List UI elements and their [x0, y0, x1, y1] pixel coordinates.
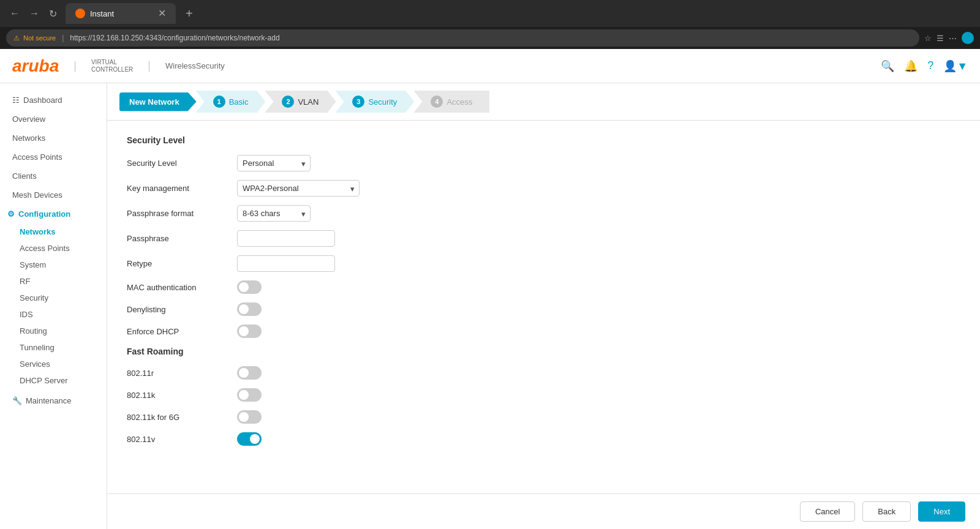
sidebar-item-clients[interactable]: Clients	[0, 167, 107, 186]
sidebar-sub-services[interactable]: Services	[0, 356, 107, 372]
step-4-num: 4	[431, 96, 443, 108]
bottom-bar: Cancel Back Next	[107, 493, 980, 529]
retype-input[interactable]	[237, 255, 335, 272]
enforce-dhcp-slider	[237, 325, 262, 338]
enforce-dhcp-label: Enforce DHCP	[127, 327, 237, 336]
sidebar-sub-security[interactable]: Security	[0, 290, 107, 306]
browser-actions: ☆ ☰ ⋯	[924, 32, 974, 44]
sub-access-points-label: Access Points	[20, 244, 70, 253]
sidebar-sub-dhcp-server[interactable]: DHCP Server	[0, 372, 107, 389]
sidebar-item-networks[interactable]: Networks	[0, 129, 107, 148]
aruba-logo: aruba	[12, 56, 59, 76]
80211k-toggle[interactable]	[237, 388, 262, 402]
key-management-select[interactable]: WPA2-Personal WPA3-Personal WPA2-Enterpr…	[237, 180, 360, 197]
wizard-step-basic[interactable]: 1 Basic	[196, 91, 266, 113]
sidebar-sub-ids[interactable]: IDS	[0, 306, 107, 323]
search-icon[interactable]: 🔍	[881, 59, 894, 73]
wizard-step-security[interactable]: 3 Security	[335, 91, 414, 113]
mac-auth-slider	[237, 280, 262, 294]
header-actions: 🔍 🔔 ? 👤▼	[881, 59, 968, 73]
security-level-label: Security Level	[127, 159, 237, 168]
passphrase-format-select[interactable]: 8-63 chars 64 hex chars	[237, 205, 311, 222]
passphrase-input[interactable]	[237, 230, 335, 247]
aruba-logo-text: aruba	[12, 56, 59, 76]
step-3-label: Security	[368, 97, 397, 107]
step-3-num: 3	[352, 96, 364, 108]
profile-icon[interactable]	[962, 32, 974, 44]
denylisting-row: Denylisting	[127, 302, 960, 316]
retype-row: Retype	[127, 255, 960, 272]
80211v-toggle[interactable]	[237, 432, 262, 446]
key-management-label: Key management	[127, 184, 237, 193]
enforce-dhcp-toggle[interactable]	[237, 325, 262, 338]
form-area: Security Level Security Level Personal E…	[107, 121, 980, 529]
sub-networks-label: Networks	[20, 227, 56, 236]
sidebar-sub-system[interactable]: System	[0, 257, 107, 273]
mac-auth-toggle[interactable]	[237, 280, 262, 294]
new-network-label: New Network	[129, 97, 179, 107]
wizard-step-vlan[interactable]: 2 VLAN	[265, 91, 336, 113]
bell-icon[interactable]: 🔔	[904, 59, 918, 73]
80211r-toggle[interactable]	[237, 366, 262, 380]
sidebar-section-configuration[interactable]: ⚙ Configuration	[0, 204, 107, 223]
security-level-section-title: Security Level	[127, 135, 960, 145]
key-management-row: Key management WPA2-Personal WPA3-Person…	[127, 180, 960, 197]
star-icon[interactable]: ☆	[924, 34, 932, 43]
sidebar-item-dashboard[interactable]: ☷ Dashboard	[0, 91, 107, 110]
sidebar-sub-networks[interactable]: Networks	[0, 223, 107, 240]
extensions-icon[interactable]: ☰	[937, 34, 944, 43]
80211k-6g-toggle[interactable]	[237, 410, 262, 424]
new-tab-button[interactable]: +	[181, 4, 198, 23]
sidebar-sub-tunneling[interactable]: Tunneling	[0, 339, 107, 356]
80211k-6g-slider	[237, 410, 262, 424]
access-points-label: Access Points	[12, 152, 62, 162]
step-2-num: 2	[282, 96, 294, 108]
cancel-button[interactable]: Cancel	[800, 501, 855, 522]
80211r-row: 802.11r	[127, 366, 960, 380]
security-level-select-wrapper: Personal Enterprise Open	[237, 155, 311, 171]
dashboard-label: Dashboard	[23, 96, 62, 105]
sidebar-item-mesh-devices[interactable]: Mesh Devices	[0, 186, 107, 204]
80211r-label: 802.11r	[127, 369, 237, 378]
forward-nav-button[interactable]: →	[26, 6, 43, 21]
back-button[interactable]: Back	[862, 501, 911, 522]
80211k-6g-row: 802.11k for 6G	[127, 410, 960, 424]
denylisting-label: Denylisting	[127, 305, 237, 314]
security-level-select[interactable]: Personal Enterprise Open	[237, 155, 311, 171]
tab-title: Instant	[90, 9, 114, 18]
user-icon[interactable]: 👤▼	[943, 59, 968, 73]
overview-label: Overview	[12, 114, 45, 124]
passphrase-format-row: Passphrase format 8-63 chars 64 hex char…	[127, 205, 960, 222]
sub-dhcp-label: DHCP Server	[20, 376, 68, 385]
back-nav-button[interactable]: ←	[6, 6, 23, 21]
sidebar-item-overview[interactable]: Overview	[0, 110, 107, 129]
tab-favicon	[75, 9, 85, 18]
reload-button[interactable]: ↻	[45, 6, 61, 22]
dashboard-icon: ☷	[12, 96, 20, 105]
next-button[interactable]: Next	[918, 501, 965, 522]
passphrase-format-label: Passphrase format	[127, 209, 237, 218]
sub-routing-label: Routing	[20, 326, 47, 336]
key-management-select-wrapper: WPA2-Personal WPA3-Personal WPA2-Enterpr…	[237, 180, 360, 197]
sub-rf-label: RF	[20, 277, 30, 286]
denylisting-toggle[interactable]	[237, 302, 262, 316]
mac-auth-label: MAC authentication	[127, 283, 237, 292]
tab-close-button[interactable]: ✕	[158, 9, 166, 18]
address-bar[interactable]: ⚠ Not secure | https://192.168.10.250:43…	[6, 29, 919, 47]
80211v-label: 802.11v	[127, 435, 237, 444]
header-divider-2: |	[148, 59, 151, 72]
sidebar-sub-rf[interactable]: RF	[0, 273, 107, 290]
sub-services-label: Services	[20, 359, 50, 369]
sidebar-item-maintenance[interactable]: 🔧 Maintenance	[0, 391, 107, 410]
wizard-bar: New Network 1 Basic 2 VLAN 3 Security 4 …	[107, 83, 980, 121]
sidebar-sub-access-points[interactable]: Access Points	[0, 240, 107, 257]
menu-icon[interactable]: ⋯	[949, 34, 957, 43]
browser-tab[interactable]: Instant ✕	[66, 3, 176, 24]
browser-chrome: ← → ↻ Instant ✕ +	[0, 0, 980, 27]
sidebar-sub-routing[interactable]: Routing	[0, 323, 107, 339]
sidebar-item-access-points[interactable]: Access Points	[0, 148, 107, 167]
sub-ids-label: IDS	[20, 310, 33, 319]
help-icon[interactable]: ?	[927, 59, 933, 72]
passphrase-label: Passphrase	[127, 234, 237, 243]
wizard-step-access[interactable]: 4 Access	[413, 91, 489, 113]
